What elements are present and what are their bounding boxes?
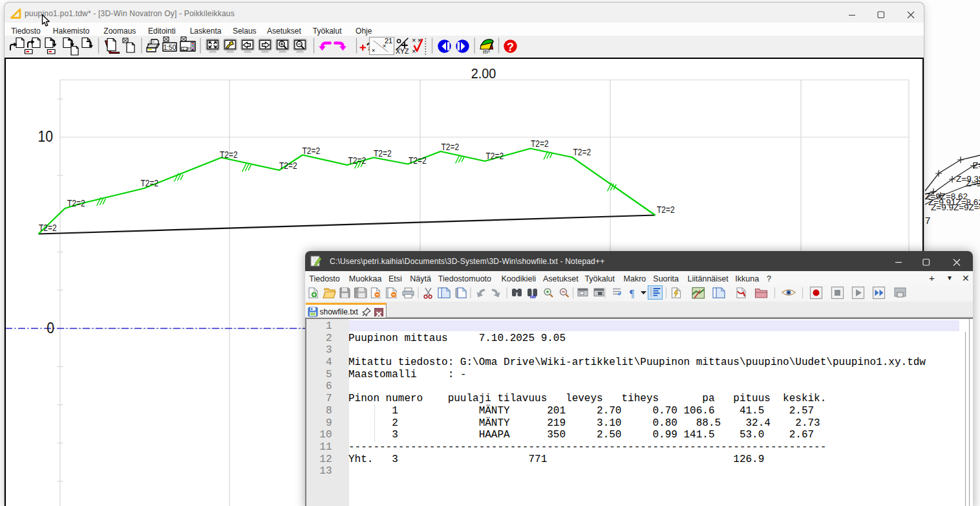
svg-text:XYZ: XYZ bbox=[396, 47, 409, 55]
svg-text:T2=2: T2=2 bbox=[409, 155, 427, 166]
svg-text:×: × bbox=[372, 47, 375, 54]
svg-text:Z=9: Z=9 bbox=[973, 160, 980, 170]
svg-text:0: 0 bbox=[47, 320, 54, 337]
svg-text:?: ? bbox=[507, 41, 514, 54]
svg-text:T2=2: T2=2 bbox=[441, 142, 459, 152]
svg-text:T2=2: T2=2 bbox=[220, 150, 238, 160]
svg-text:21: 21 bbox=[385, 37, 392, 45]
svg-text:T2=2: T2=2 bbox=[39, 223, 57, 233]
svg-text:Z=9.: Z=9. bbox=[966, 179, 980, 188]
svg-text:10: 10 bbox=[38, 128, 53, 146]
svg-text:T2=2: T2=2 bbox=[140, 179, 158, 189]
svg-text:T2=2: T2=2 bbox=[302, 146, 320, 156]
svg-text:T2=2: T2=2 bbox=[531, 139, 549, 149]
svg-text:T2=2: T2=2 bbox=[657, 204, 675, 215]
svg-text:T2=2: T2=2 bbox=[67, 198, 85, 208]
svg-text:ab: ab bbox=[530, 293, 537, 300]
svg-text:1:50: 1:50 bbox=[164, 44, 176, 51]
svg-text:T2=2: T2=2 bbox=[486, 151, 504, 162]
svg-text:7: 7 bbox=[925, 215, 930, 226]
svg-text:2.00: 2.00 bbox=[471, 65, 496, 81]
svg-text:T2=2: T2=2 bbox=[348, 155, 367, 166]
svg-text:T2=2: T2=2 bbox=[279, 161, 297, 171]
svg-text:T2=2: T2=2 bbox=[374, 148, 392, 159]
svg-text:T2=2: T2=2 bbox=[573, 147, 591, 157]
svg-text:Z=9.9Z=9Z=6: Z=9.9Z=9Z=6 bbox=[931, 203, 980, 212]
svg-text:2 1XY: 2 1XY bbox=[182, 47, 191, 50]
svg-text:¶: ¶ bbox=[630, 288, 635, 299]
svg-text:m³: m³ bbox=[483, 49, 490, 55]
